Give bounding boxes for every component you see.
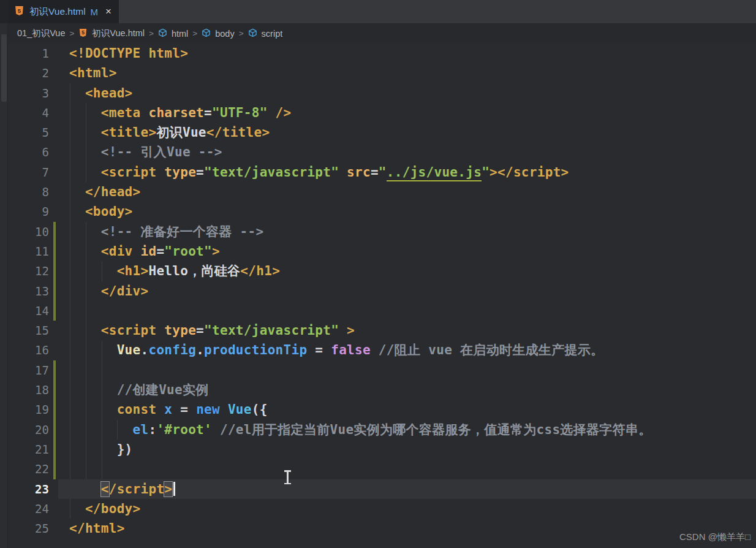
breadcrumb-folder[interactable]: 01_初识Vue — [17, 28, 65, 39]
line-number[interactable]: 14 — [0, 301, 49, 321]
code-line[interactable]: 21 }) — [0, 440, 756, 459]
breadcrumb-separator: > — [149, 29, 154, 38]
breadcrumb-symbol-script[interactable]: script — [262, 29, 283, 39]
token: "root" — [164, 244, 212, 259]
code-line[interactable]: 8 </head> — [0, 182, 756, 202]
line-number[interactable]: 21 — [0, 440, 49, 459]
token: <h1> — [69, 264, 148, 278]
line-number[interactable]: 18 — [0, 380, 49, 400]
line-number[interactable]: 22 — [0, 459, 49, 479]
line-number[interactable]: 3 — [0, 83, 49, 103]
breadcrumb-symbol-html[interactable]: html — [172, 29, 188, 39]
code-text: </script> — [49, 479, 175, 499]
token: ></script> — [490, 165, 569, 180]
line-number[interactable]: 15 — [0, 321, 49, 340]
svg-text:5: 5 — [82, 29, 85, 36]
token: = — [371, 165, 379, 180]
code-line[interactable]: 12 <h1>Hello，尚硅谷</h1> — [0, 261, 756, 281]
line-number[interactable]: 2 — [0, 63, 49, 83]
token: = — [156, 244, 164, 259]
code-line[interactable]: 7 <script type="text/javascript" src="..… — [0, 162, 756, 182]
breadcrumb-separator: > — [69, 29, 74, 38]
line-number[interactable]: 7 — [0, 162, 49, 182]
code-line[interactable]: 4 <meta charset="UTF-8" /> — [0, 103, 756, 123]
code-line[interactable]: 17 — [0, 360, 756, 380]
line-number[interactable]: 12 — [0, 261, 49, 281]
code-line[interactable]: 5 <title>初识Vue</title> — [0, 123, 756, 142]
code-line[interactable]: 19 const x = new Vue({ — [0, 400, 756, 419]
code-line[interactable]: 25</html> — [0, 519, 756, 538]
token: //创建Vue实例 — [69, 382, 209, 397]
token: <!-- 引入Vue --> — [69, 145, 222, 159]
code-line[interactable]: 23 </script> — [0, 479, 756, 499]
code-line[interactable]: 10 <!-- 准备好一个容器 --> — [0, 222, 756, 242]
code-text: Vue.config.productionTip = false //阻止 vu… — [49, 340, 603, 360]
line-number[interactable]: 13 — [0, 281, 49, 301]
token: "text/javascript" — [204, 323, 339, 338]
token: = — [196, 323, 204, 338]
line-number[interactable]: 23 — [0, 479, 49, 499]
code-line[interactable]: 1<!DOCTYPE html> — [0, 44, 756, 63]
token: = — [172, 402, 196, 417]
code-line[interactable]: 18 //创建Vue实例 — [0, 380, 756, 400]
line-number[interactable]: 10 — [0, 222, 49, 242]
token: </body> — [69, 501, 141, 516]
line-number[interactable]: 17 — [0, 360, 49, 380]
code-line[interactable]: 11 <div id="root"> — [0, 242, 756, 261]
tab-file[interactable]: 5 初识Vue.html M × — [8, 0, 119, 23]
code-line[interactable]: 13 </div> — [0, 281, 756, 301]
code-lines: 1<!DOCTYPE html>2<html>3 <head>4 <meta c… — [0, 44, 756, 538]
token: <script — [69, 165, 164, 180]
token: "UTF-8" — [212, 105, 268, 120]
code-line[interactable]: 20 el:'#root' //el用于指定当前Vue实例为哪个容器服务，值通常… — [0, 420, 756, 440]
token: <head> — [69, 86, 133, 101]
code-line[interactable]: 24 </body> — [0, 499, 756, 519]
breadcrumb-symbol-body[interactable]: body — [215, 29, 234, 39]
code-text: <h1>Hello，尚硅谷</h1> — [49, 261, 280, 281]
vscode-window: 5 初识Vue.html M × 01_初识Vue > 5 初识Vue.html… — [0, 0, 756, 548]
line-number[interactable]: 8 — [0, 182, 49, 202]
breadcrumb: 01_初识Vue > 5 初识Vue.html > html > body > — [0, 23, 756, 44]
code-line[interactable]: 3 <head> — [0, 83, 756, 103]
code-line[interactable]: 6 <!-- 引入Vue --> — [0, 142, 756, 162]
line-number[interactable]: 9 — [0, 202, 49, 221]
token: }) — [69, 442, 133, 457]
line-number[interactable]: 25 — [0, 519, 49, 538]
line-number[interactable]: 5 — [0, 123, 49, 142]
line-number[interactable]: 4 — [0, 103, 49, 123]
token: x — [164, 402, 172, 417]
tab-bar: 5 初识Vue.html M × — [0, 0, 756, 23]
line-number[interactable]: 6 — [0, 142, 49, 162]
code-line[interactable]: 14 — [0, 301, 756, 321]
line-number[interactable]: 1 — [0, 44, 49, 63]
code-text: </div> — [49, 281, 148, 301]
line-number[interactable]: 19 — [0, 400, 49, 419]
line-number[interactable]: 16 — [0, 340, 49, 360]
code-line[interactable]: 15 <script type="text/javascript" > — [0, 321, 756, 340]
code-line[interactable]: 16 Vue.config.productionTip = false //阻止… — [0, 340, 756, 360]
token: <html> — [69, 66, 117, 80]
line-number[interactable]: 20 — [0, 420, 49, 440]
code-line[interactable]: 9 <body> — [0, 202, 756, 221]
token: new — [196, 402, 220, 417]
code-text: el:'#root' //el用于指定当前Vue实例为哪个容器服务，值通常为cs… — [49, 420, 651, 440]
code-text: <body> — [49, 202, 133, 221]
code-text: <title>初识Vue</title> — [49, 123, 270, 142]
code-text: </body> — [49, 499, 141, 519]
code-text — [49, 459, 69, 479]
tabbar-corner — [0, 0, 8, 23]
token: '#root' — [156, 422, 212, 437]
token: </head> — [69, 185, 141, 199]
token: = — [307, 343, 331, 357]
close-tab-icon[interactable]: × — [105, 6, 112, 18]
breadcrumb-file[interactable]: 初识Vue.html — [92, 28, 145, 39]
code-editor[interactable]: 1<!DOCTYPE html>2<html>3 <head>4 <meta c… — [0, 44, 756, 548]
token — [339, 165, 347, 180]
token: Vue — [117, 343, 141, 357]
code-text: <script type="text/javascript" src="../j… — [49, 162, 569, 182]
code-line[interactable]: 22 — [0, 459, 756, 479]
code-line[interactable]: 2<html> — [0, 63, 756, 83]
line-number[interactable]: 11 — [0, 242, 49, 261]
token: "text/javascript" — [204, 165, 339, 180]
line-number[interactable]: 24 — [0, 499, 49, 519]
